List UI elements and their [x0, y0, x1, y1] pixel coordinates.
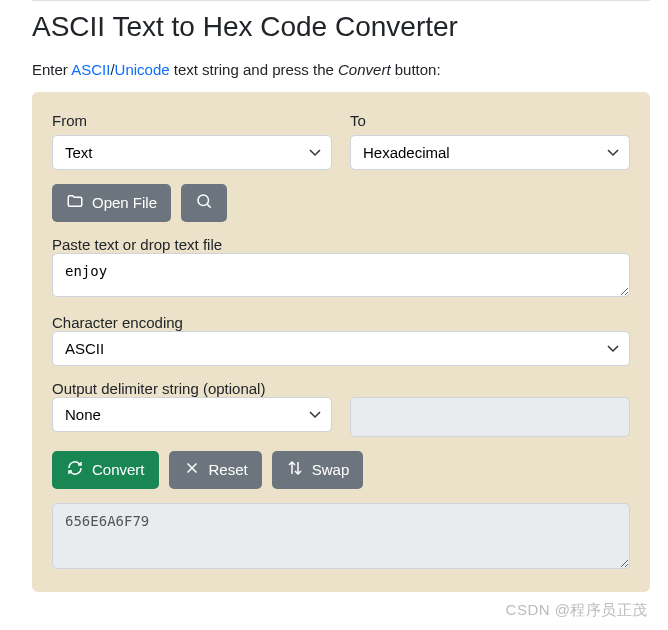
intro-mid: text string and press the — [170, 61, 338, 78]
convert-label: Convert — [92, 461, 145, 479]
watermark: CSDN @程序员正茂 — [506, 601, 648, 602]
encoding-label: Character encoding — [52, 314, 183, 331]
output-textarea[interactable] — [52, 503, 630, 569]
custom-delimiter-input — [350, 397, 630, 437]
swap-label: Swap — [312, 461, 350, 479]
link-unicode[interactable]: Unicode — [115, 61, 170, 78]
intro-text: Enter ASCII/Unicode text string and pres… — [32, 61, 650, 78]
convert-button[interactable]: Convert — [52, 451, 159, 489]
search-icon — [195, 192, 213, 214]
input-textarea[interactable] — [52, 253, 630, 297]
svg-line-1 — [207, 204, 210, 207]
from-select[interactable]: Text — [52, 135, 332, 170]
converter-panel: From Text To Hexadecimal Open File Paste… — [32, 92, 650, 592]
delimiter-select[interactable]: None — [52, 397, 332, 432]
page-title: ASCII Text to Hex Code Converter — [32, 11, 650, 43]
encoding-select[interactable]: ASCII — [52, 331, 630, 366]
divider-top — [32, 0, 650, 1]
delimiter-label: Output delimiter string (optional) — [52, 380, 265, 397]
folder-icon — [66, 192, 84, 214]
to-label: To — [350, 112, 630, 129]
open-file-button[interactable]: Open File — [52, 184, 171, 222]
swap-icon — [286, 459, 304, 481]
link-ascii[interactable]: ASCII — [71, 61, 110, 78]
refresh-icon — [66, 459, 84, 481]
open-file-label: Open File — [92, 194, 157, 212]
paste-label: Paste text or drop text file — [52, 236, 222, 253]
reset-label: Reset — [209, 461, 248, 479]
intro-prefix: Enter — [32, 61, 71, 78]
to-select[interactable]: Hexadecimal — [350, 135, 630, 170]
intro-suffix: button: — [391, 61, 441, 78]
swap-button[interactable]: Swap — [272, 451, 364, 489]
search-button[interactable] — [181, 184, 227, 222]
close-icon — [183, 459, 201, 481]
reset-button[interactable]: Reset — [169, 451, 262, 489]
intro-convert-em: Convert — [338, 61, 391, 78]
svg-point-0 — [198, 195, 209, 206]
from-label: From — [52, 112, 332, 129]
